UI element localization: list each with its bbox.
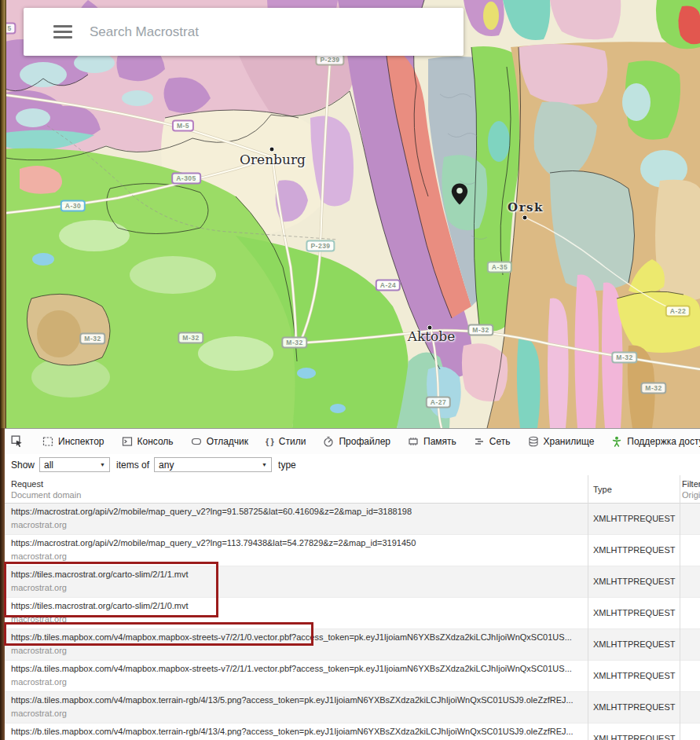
road-badge: A-35 [487, 262, 512, 273]
map-marker-pin[interactable] [451, 181, 468, 210]
network-filter-bar: Show all ▼ items of any ▼ type [5, 454, 700, 476]
column-header-request[interactable]: Request [11, 479, 43, 489]
memory-icon [408, 436, 419, 447]
geological-map-tiles [0, 0, 700, 428]
tab-console[interactable]: Консоль [113, 429, 182, 454]
profiler-icon [323, 436, 334, 447]
road-badge: M-32 [467, 324, 493, 336]
column-divider [588, 475, 588, 740]
show-filter-select[interactable]: all ▼ [39, 457, 110, 472]
type-filter-select[interactable]: any ▼ [154, 457, 272, 472]
road-badge: M-32 [281, 337, 307, 349]
tab-style-editor[interactable]: { } Стили [257, 429, 314, 454]
road-badge: A-27 [426, 397, 451, 408]
road-badge: M-5 [172, 120, 194, 132]
network-table-header: Request Document domain Type Filter Orig… [5, 475, 700, 504]
road-badge: A-22 [665, 306, 691, 317]
geological-map[interactable]: Orenburg Orsk Aktobe 5 P-239 M-5 A-305 A… [0, 0, 700, 428]
tab-debugger[interactable]: Отладчик [182, 429, 257, 454]
inspector-icon [42, 436, 53, 447]
road-badge: M-32 [640, 383, 666, 394]
road-badge: A-305 [171, 173, 201, 185]
search-input[interactable] [88, 24, 464, 41]
city-label-orenburg: Orenburg [240, 152, 306, 167]
orsk-dot [522, 215, 528, 221]
tab-inspector[interactable]: Инспектор [34, 429, 113, 454]
type-label: type [278, 460, 296, 471]
road-badge: M-32 [178, 332, 203, 344]
menu-icon[interactable] [53, 25, 72, 38]
network-request-row[interactable]: https://b.tiles.mapbox.com/v4/mapbox.ter… [5, 724, 700, 740]
tab-network[interactable]: Сеть [465, 429, 519, 454]
devtools-toolbar: Инспектор Консоль Отладчик { } Стили Про… [5, 429, 700, 455]
items-of-label: items of [116, 460, 149, 471]
console-icon [122, 436, 133, 447]
road-badge: A-30 [60, 200, 86, 212]
tab-storage[interactable]: Хранилище [519, 429, 603, 454]
road-badge: P-239 [306, 240, 335, 252]
network-icon [474, 436, 485, 447]
styles-icon: { } [266, 437, 274, 446]
network-request-row[interactable]: https://a.tiles.mapbox.com/v4/mapbox.map… [5, 661, 700, 692]
network-request-row[interactable]: https://macrostrat.org/api/v2/mobile/map… [5, 504, 700, 535]
chevron-down-icon: ▼ [262, 462, 267, 467]
annotation-box-tiles-macrostrat [4, 562, 218, 617]
column-divider [680, 475, 680, 740]
network-request-row[interactable]: https://a.tiles.mapbox.com/v4/mapbox.ter… [5, 692, 700, 724]
column-header-filter[interactable]: Filter [682, 479, 700, 489]
column-header-type[interactable]: Type [593, 485, 612, 494]
column-subheader-origin: Origi [682, 490, 700, 500]
show-label: Show [11, 460, 35, 471]
tab-accessibility[interactable]: Поддержка доступ [603, 429, 700, 454]
annotation-box-mapbox-streets [4, 622, 313, 646]
debugger-icon [191, 436, 202, 447]
column-subheader-document-domain: Document domain [11, 490, 81, 500]
accessibility-icon [611, 436, 622, 447]
city-label-aktobe: Aktobe [408, 328, 456, 344]
window-edge-strip [0, 0, 6, 428]
city-label-orsk: Orsk [508, 200, 544, 214]
search-bar [24, 8, 464, 56]
element-picker-icon [11, 435, 24, 448]
tab-profiler[interactable]: Профайлер [314, 429, 399, 454]
chevron-down-icon: ▼ [100, 462, 105, 467]
road-badge: M-32 [79, 333, 105, 345]
element-picker-button[interactable] [5, 435, 31, 448]
tab-memory[interactable]: Память [399, 429, 465, 454]
storage-icon [528, 436, 539, 447]
road-badge: M-32 [611, 352, 637, 364]
road-badge: A-24 [376, 280, 401, 291]
